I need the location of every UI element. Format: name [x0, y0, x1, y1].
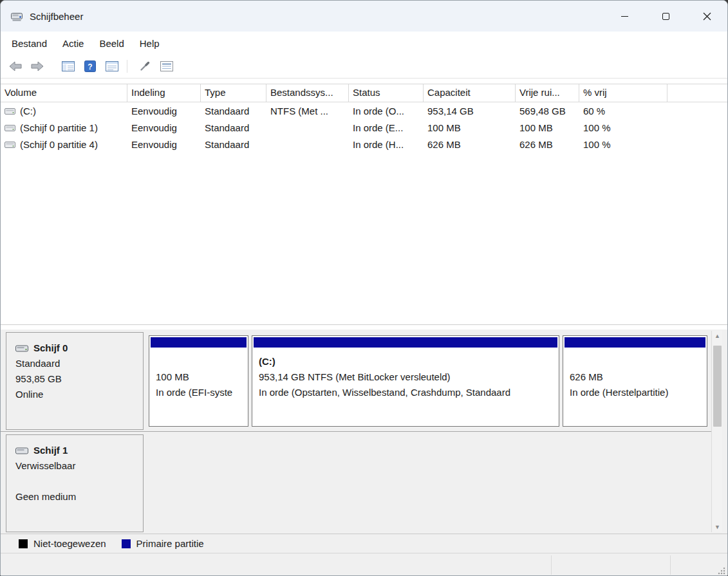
help-icon[interactable]: ?	[80, 58, 100, 75]
menu-help[interactable]: Help	[132, 34, 167, 53]
partition-status: In orde (Opstarten, Wisselbestand, Crash…	[259, 385, 552, 400]
partition-info: 100 MB	[156, 369, 241, 385]
capacity-cell: 953,14 GB	[424, 106, 516, 116]
disk-0-label[interactable]: Schijf 0 Standaard 953,85 GB Online	[6, 332, 144, 430]
column-header-capaciteit[interactable]: Capaciteit	[424, 84, 516, 102]
statusbar-separator	[670, 555, 671, 575]
partition-color-bar	[151, 337, 247, 348]
indeling-cell: Eenvoudig	[127, 139, 201, 150]
partition-body: (C:) 953,14 GB NTFS (Met BitLocker versl…	[254, 348, 557, 400]
legend-bar: Niet-toegewezen Primaire partitie	[1, 534, 727, 553]
disk-type: Verwisselbaar	[15, 458, 143, 474]
menu-beeld[interactable]: Beeld	[91, 34, 131, 53]
type-cell: Standaard	[201, 106, 266, 116]
minimize-button[interactable]	[604, 1, 645, 32]
menu-actie[interactable]: Actie	[55, 34, 91, 53]
capacity-cell: 100 MB	[424, 122, 516, 133]
table-row[interactable]: (C:) Eenvoudig Standaard NTFS (Met ... I…	[1, 102, 727, 119]
volume-table-header: Volume Indeling Type Bestandssys... Stat…	[1, 84, 727, 102]
column-header-bestandssysteem[interactable]: Bestandssys...	[266, 84, 349, 102]
app-icon	[10, 10, 23, 23]
disk-size	[15, 474, 143, 489]
disk-status: Online	[15, 387, 143, 402]
toolbar-separator	[127, 60, 127, 73]
partition-recovery[interactable]: 626 MB In orde (Herstelpartitie)	[563, 335, 707, 427]
volume-icon	[5, 140, 16, 149]
console-tree-icon[interactable]	[59, 58, 78, 75]
partition-title	[570, 354, 700, 369]
scrollbar-thumb[interactable]	[713, 346, 722, 427]
tools-icon[interactable]	[135, 58, 154, 75]
partition-c[interactable]: (C:) 953,14 GB NTFS (Met BitLocker versl…	[252, 335, 559, 427]
disk-icon	[15, 446, 28, 455]
status-cell: In orde (H...	[349, 139, 424, 150]
column-header-status[interactable]: Status	[349, 84, 424, 102]
close-icon	[703, 12, 711, 21]
type-cell: Standaard	[201, 139, 266, 150]
menu-bestand[interactable]: Bestand	[4, 34, 55, 53]
column-header-vrije-ruimte[interactable]: Vrije rui...	[516, 84, 579, 102]
volume-cell: (Schijf 0 partitie 1)	[1, 122, 127, 133]
status-cell: In orde (E...	[349, 122, 424, 133]
partition-info: 953,14 GB NTFS (Met BitLocker versleutel…	[259, 369, 552, 385]
disk-1-label[interactable]: Schijf 1 Verwisselbaar Geen medium	[6, 434, 144, 532]
statusbar-separator	[551, 555, 552, 575]
type-cell: Standaard	[201, 122, 266, 133]
scroll-up-icon[interactable]: ▲	[712, 331, 723, 341]
partition-color-bar	[565, 337, 705, 348]
table-row[interactable]: (Schijf 0 partitie 1) Eenvoudig Standaar…	[1, 119, 727, 136]
disk-1-title-row: Schijf 1	[15, 443, 143, 458]
partition-color-bar	[254, 337, 557, 348]
partition-efi[interactable]: 100 MB In orde (EFI-syste	[149, 335, 248, 427]
volume-name: (Schijf 0 partitie 4)	[20, 139, 98, 150]
partition-title	[156, 354, 241, 369]
column-header-pct-vrij[interactable]: % vrij	[579, 84, 667, 102]
volume-list-pane: Volume Indeling Type Bestandssys... Stat…	[1, 84, 727, 325]
column-header-indeling[interactable]: Indeling	[127, 84, 201, 102]
maximize-icon	[662, 13, 669, 20]
pct-free-cell: 60 %	[579, 106, 667, 116]
menubar: Bestand Actie Beeld Help	[1, 32, 727, 55]
fs-cell: NTFS (Met ...	[266, 106, 349, 116]
graphical-view-pane: Schijf 0 Standaard 953,85 GB Online 100 …	[1, 330, 727, 534]
volume-icon	[5, 107, 16, 115]
close-button[interactable]	[686, 1, 727, 32]
legend-label: Primaire partitie	[136, 538, 204, 549]
unallocated-swatch	[19, 539, 28, 548]
primary-partition-swatch	[122, 539, 131, 548]
status-cell: In orde (O...	[349, 106, 424, 116]
disk-name: Schijf 1	[33, 443, 68, 458]
indeling-cell: Eenvoudig	[127, 122, 201, 133]
disk-icon	[15, 344, 28, 353]
partition-status: In orde (Herstelpartitie)	[570, 385, 700, 400]
svg-text:?: ?	[88, 62, 92, 71]
maximize-button[interactable]	[645, 1, 686, 32]
volume-cell: (C:)	[1, 106, 127, 116]
capacity-cell: 626 MB	[424, 139, 516, 150]
scroll-down-icon[interactable]: ▼	[712, 522, 723, 532]
export-list-icon[interactable]	[102, 58, 122, 75]
toolbar: ?	[1, 55, 727, 79]
resize-grip-icon[interactable]	[716, 566, 726, 575]
column-header-filler	[667, 84, 727, 102]
volume-icon	[5, 124, 16, 132]
back-icon[interactable]	[6, 58, 25, 75]
vertical-scrollbar[interactable]: ▲ ▼	[711, 331, 722, 532]
list-view-icon[interactable]	[157, 58, 176, 75]
disk-type: Standaard	[15, 356, 143, 371]
disk-size: 953,85 GB	[15, 371, 143, 387]
forward-icon[interactable]	[28, 58, 47, 75]
pct-free-cell: 100 %	[579, 122, 667, 133]
indeling-cell: Eenvoudig	[127, 106, 201, 116]
partition-status: In orde (EFI-syste	[156, 385, 241, 400]
disk-0-title-row: Schijf 0	[15, 340, 143, 356]
window-controls	[604, 1, 727, 32]
volume-name: (C:)	[20, 106, 36, 116]
partition-info: 626 MB	[570, 369, 700, 385]
legend-label: Niet-toegewezen	[33, 538, 106, 549]
table-row[interactable]: (Schijf 0 partitie 4) Eenvoudig Standaar…	[1, 136, 727, 153]
disk-0-partitions: 100 MB In orde (EFI-syste (C:) 953,14 GB…	[149, 335, 707, 427]
column-header-type[interactable]: Type	[201, 84, 266, 102]
column-header-volume[interactable]: Volume	[1, 84, 127, 102]
window-title: Schijfbeheer	[30, 11, 83, 22]
